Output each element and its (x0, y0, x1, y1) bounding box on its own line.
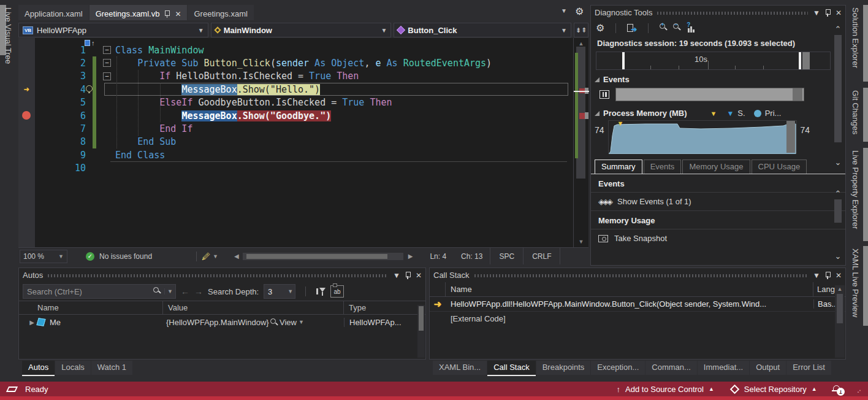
diagnostic-tools-titlebar[interactable]: Diagnostic Tools ▼ ✕ (591, 6, 845, 20)
scroll-down-icon[interactable]: ⌄ (832, 252, 844, 260)
expander-icon[interactable]: ▶ (26, 319, 37, 326)
pin-icon[interactable] (164, 10, 170, 18)
code-line-4[interactable]: ➜4 MessageBox.Show("Hello.") (18, 83, 573, 96)
tab-watch-1[interactable]: Watch 1 (91, 361, 132, 375)
column-value[interactable]: Value (163, 301, 344, 314)
code-line-10[interactable]: 10 (18, 162, 573, 175)
fold-collapse-icon[interactable]: − (103, 72, 111, 80)
tab-autos[interactable]: Autos (22, 361, 55, 376)
lightbulb-icon[interactable] (86, 85, 93, 92)
tab-output[interactable]: Output (750, 361, 786, 375)
add-to-source-control-button[interactable]: Add to Source Control (625, 385, 704, 394)
code-line-5[interactable]: 5 ElseIf GoodbyeButton.IsChecked = True … (18, 96, 573, 109)
breakpoint-icon[interactable] (20, 109, 33, 122)
column-type[interactable]: Type (344, 301, 425, 314)
project-dropdown[interactable]: VB HelloWPFApp ▼ (18, 23, 208, 37)
forward-icon[interactable]: → (194, 287, 203, 296)
tab-call-stack[interactable]: Call Stack (487, 361, 536, 376)
window-position-icon[interactable]: ▼ (393, 272, 400, 279)
summary-scrollbar[interactable]: ⌃ ⌄ (832, 190, 844, 260)
autos-scrollbar[interactable] (417, 305, 425, 358)
diagnostics-scrollbar[interactable]: ⌃ ⌄ (832, 25, 844, 166)
chevron-down-icon[interactable]: ▼ (213, 253, 218, 260)
zoom-out-icon[interactable]: − (673, 23, 680, 33)
window-position-icon[interactable]: ▼ (813, 9, 820, 17)
scroll-up-icon[interactable]: ⌃ (832, 190, 844, 198)
callstack-scrollbar[interactable]: ▲ (835, 285, 845, 358)
text-visualizer-icon[interactable]: ab (330, 285, 344, 298)
close-icon[interactable]: ✕ (416, 272, 422, 279)
search-depth-dropdown[interactable]: 3 ▼ (264, 284, 295, 299)
column-indicator[interactable]: Ch: 13 (454, 252, 490, 261)
select-repository-button[interactable]: Select Repository (744, 385, 807, 394)
split-editor-button[interactable]: ⇟⇞ (574, 23, 588, 37)
pin-icon[interactable] (405, 272, 411, 279)
tab-greetings-xaml[interactable]: Greetings.xaml (188, 5, 253, 20)
code-line-7[interactable]: 7 End If (18, 122, 573, 135)
search-icon[interactable] (153, 287, 161, 294)
code-cleanup-icon[interactable]: 🖉 (202, 252, 210, 261)
back-icon[interactable]: ← (181, 287, 189, 296)
code-line-1[interactable]: 1−Class MainWindow (18, 44, 573, 56)
search-input[interactable]: Search (Ctrl+E) ▼ (23, 284, 176, 299)
tab-immediat-[interactable]: Immediat... (698, 361, 749, 375)
horizontal-scrollbar[interactable] (243, 253, 403, 260)
tab-breakpoints[interactable]: Breakpoints (536, 361, 591, 375)
member-dropdown[interactable]: Button_Click ▼ (394, 23, 571, 37)
issues-status[interactable]: No issues found (99, 252, 152, 261)
scrollbar-thumb[interactable] (834, 199, 842, 223)
tab-memory-usage[interactable]: Memory Usage (682, 160, 750, 174)
code-line-6[interactable]: 6 MessageBox.Show("Goodbye.") (18, 109, 573, 122)
tab-greetings-xaml-vb[interactable]: Greetings.xaml.vb ✕ (89, 5, 188, 20)
call-stack-titlebar[interactable]: Call Stack ▼ ✕ (430, 268, 845, 282)
tab-exception-[interactable]: Exception... (591, 361, 645, 375)
reset-view-icon[interactable]: ? (687, 24, 696, 33)
autos-titlebar[interactable]: Autos ▼ ✕ (19, 268, 425, 282)
close-icon[interactable]: ✕ (175, 10, 181, 18)
column-name[interactable]: Name (446, 282, 813, 296)
tab-locals[interactable]: Locals (55, 361, 91, 375)
code-line-2[interactable]: 2− Private Sub Button_Click(sender As Ob… (18, 56, 573, 69)
fold-collapse-icon[interactable]: − (103, 59, 111, 67)
scroll-up-icon[interactable]: ▲ (835, 287, 845, 292)
type-dropdown[interactable]: MainWindow ▼ (211, 23, 392, 37)
hscroll-thumb[interactable] (246, 254, 387, 259)
scrollbar-thumb[interactable] (837, 294, 843, 323)
filter-pin-icon[interactable] (316, 287, 326, 296)
timeline-selection-handle[interactable] (802, 52, 810, 69)
tab-comman-[interactable]: Comman... (645, 361, 697, 375)
timeline-ruler[interactable]: 10s (596, 52, 831, 70)
fold-collapse-icon[interactable]: − (103, 46, 111, 54)
pin-icon[interactable] (825, 9, 831, 17)
sidebar-tab-git-changes[interactable]: Git Changes (851, 88, 860, 142)
close-icon[interactable]: ✕ (836, 9, 842, 17)
pin-icon[interactable] (825, 272, 831, 279)
scroll-down-icon[interactable]: ⌄ (832, 158, 844, 166)
memory-chart[interactable]: ▼ (608, 120, 797, 153)
callstack-frame-row[interactable]: ➜ HelloWPFApp.dll!HelloWPFApp.MainWindow… (430, 297, 845, 311)
spaces-indicator[interactable]: SPC (490, 248, 523, 264)
tab-events[interactable]: Events (644, 160, 682, 174)
sidebar-tab-solution-explorer[interactable]: Solution Explorer (851, 5, 860, 82)
notifications-bell-icon[interactable]: 1 (832, 385, 841, 393)
events-track-handle[interactable] (793, 88, 802, 101)
sidebar-tab-live-property-explorer[interactable]: Live Property Explorer (851, 148, 860, 241)
window-position-icon[interactable]: ▼ (813, 272, 820, 279)
tab-application-xaml[interactable]: Application.xaml (18, 5, 89, 20)
scroll-down-icon[interactable]: ▼ (574, 239, 588, 245)
memory-section-header[interactable]: Process Memory (MB) ▼ ▼ S. Pri... (595, 109, 845, 118)
export-icon[interactable]: ➜ (627, 24, 637, 33)
gear-icon[interactable]: ⚙ (575, 6, 584, 17)
scroll-up-icon[interactable]: ▲ (574, 40, 588, 47)
hscroll-left-icon[interactable]: ◀ (234, 253, 239, 260)
timeline-marker[interactable] (799, 52, 801, 69)
code-line-8[interactable]: 8 End Sub (18, 136, 573, 148)
tab-error-list[interactable]: Error List (786, 361, 831, 375)
resize-grip[interactable]: ⡠ (857, 386, 862, 393)
zoom-dropdown[interactable]: 100 % ▼ (20, 250, 67, 263)
tab-xaml-bin-[interactable]: XAML Bin... (433, 361, 487, 375)
callstack-external-row[interactable]: [External Code] (430, 311, 845, 325)
code-editor[interactable]: ↑ 1−Class MainWindow2− Private Sub Butto… (18, 38, 573, 247)
events-track[interactable] (615, 88, 804, 101)
take-snapshot-link[interactable]: Take Snapshot (591, 229, 845, 247)
